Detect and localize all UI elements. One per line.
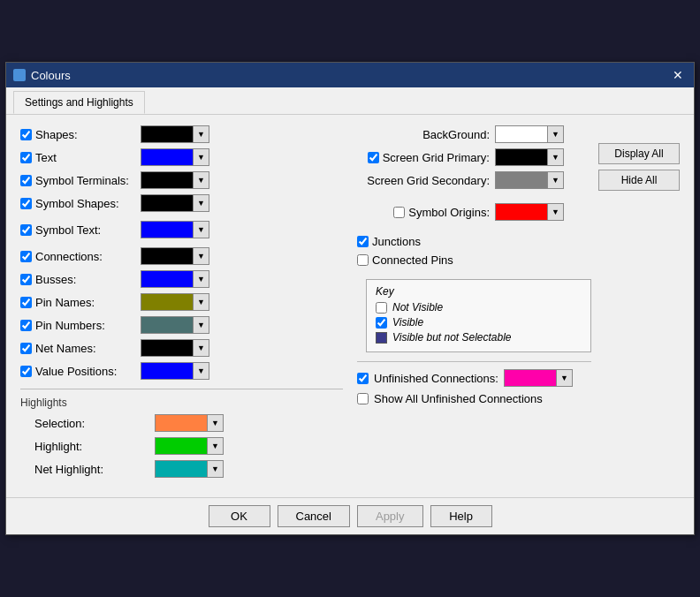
- checkbox-symbol-origins[interactable]: [393, 207, 405, 218]
- checkbox-pin-names[interactable]: [20, 297, 32, 308]
- dropdown-connections[interactable]: ▼: [141, 247, 209, 265]
- row-symbol-text: Symbol Text: ▼: [20, 221, 343, 238]
- checkbox-shapes[interactable]: [20, 129, 32, 140]
- checkbox-connected-pins[interactable]: [357, 254, 369, 266]
- dropdown-highlight[interactable]: ▼: [155, 437, 224, 455]
- arrow-screen-grid-primary[interactable]: ▼: [548, 148, 564, 166]
- arrow-connections[interactable]: ▼: [194, 247, 209, 265]
- arrow-text[interactable]: ▼: [194, 148, 209, 166]
- label-text: Text: [20, 151, 135, 164]
- title-bar-left: Colours: [13, 69, 71, 82]
- label-connected-pins: Connected Pins: [357, 253, 453, 267]
- right-col-inner: BackGround: ▼ Screen Grid Primary:: [357, 125, 680, 411]
- row-pin-names: Pin Names: ▼: [20, 293, 343, 311]
- row-background: BackGround: ▼: [357, 125, 591, 143]
- close-button[interactable]: ✕: [669, 66, 687, 84]
- arrow-symbol-origins[interactable]: ▼: [548, 203, 564, 221]
- dropdown-pin-numbers[interactable]: ▼: [141, 316, 209, 334]
- row-junctions: Junctions: [357, 235, 591, 248]
- dropdown-screen-grid-primary[interactable]: ▼: [495, 148, 564, 166]
- arrow-pin-names[interactable]: ▼: [194, 293, 209, 311]
- dropdown-symbol-terminals[interactable]: ▼: [141, 171, 209, 189]
- text-connections: Connections:: [35, 250, 103, 263]
- label-highlight: Highlight:: [34, 440, 149, 453]
- dropdown-shapes[interactable]: ▼: [141, 125, 209, 143]
- dropdown-net-names[interactable]: ▼: [141, 339, 209, 357]
- key-item-visible-not-selectable: Visible but not Selectable: [376, 331, 582, 344]
- arrow-pin-numbers[interactable]: ▼: [194, 316, 209, 334]
- checkbox-pin-numbers[interactable]: [20, 320, 32, 331]
- label-symbol-origins: Symbol Origins:: [357, 206, 490, 219]
- arrow-symbol-terminals[interactable]: ▼: [194, 171, 209, 189]
- checkbox-connections[interactable]: [20, 251, 32, 262]
- highlights-items: Selection: ▼ Highlight:: [20, 414, 343, 478]
- checkbox-net-names[interactable]: [20, 343, 32, 354]
- right-column: BackGround: ▼ Screen Grid Primary:: [357, 125, 680, 483]
- arrow-screen-grid-secondary[interactable]: ▼: [548, 171, 564, 189]
- arrow-value-positions[interactable]: ▼: [194, 362, 209, 380]
- checkbox-key-not-visible[interactable]: [376, 302, 387, 314]
- label-junctions: Junctions: [357, 235, 421, 248]
- row-net-names: Net Names: ▼: [20, 339, 343, 357]
- text-net-highlight: Net Highlight:: [34, 463, 103, 476]
- color-connections: [141, 247, 194, 265]
- label-net-highlight: Net Highlight:: [34, 463, 149, 476]
- text-symbol-shapes: Symbol Shapes:: [35, 197, 119, 210]
- arrow-selection[interactable]: ▼: [208, 414, 224, 432]
- checkbox-key-visible-not-selectable[interactable]: [376, 332, 387, 344]
- checkbox-symbol-shapes[interactable]: [20, 198, 32, 209]
- checkbox-busses[interactable]: [20, 274, 32, 285]
- checkbox-symbol-terminals[interactable]: [20, 175, 32, 186]
- color-net-highlight: [155, 460, 208, 478]
- dropdown-text[interactable]: ▼: [141, 148, 209, 166]
- dropdown-busses[interactable]: ▼: [141, 270, 209, 288]
- row-show-all-unfinished: Show All Unfinished Connections: [357, 392, 591, 405]
- dropdown-pin-names[interactable]: ▼: [141, 293, 209, 311]
- dropdown-unfinished-connections[interactable]: ▼: [504, 369, 573, 387]
- arrow-net-highlight[interactable]: ▼: [208, 460, 224, 478]
- dropdown-net-highlight[interactable]: ▼: [155, 460, 224, 478]
- color-net-names: [141, 339, 194, 357]
- gap-row: [357, 194, 591, 203]
- row-value-positions: Value Positions: ▼: [20, 362, 343, 380]
- checkbox-key-visible[interactable]: [376, 317, 387, 329]
- arrow-symbol-shapes[interactable]: ▼: [194, 194, 209, 212]
- cancel-button[interactable]: Cancel: [278, 505, 350, 527]
- ok-button[interactable]: OK: [209, 505, 270, 527]
- checkbox-value-positions[interactable]: [20, 366, 32, 377]
- dropdown-screen-grid-secondary[interactable]: ▼: [495, 171, 564, 189]
- arrow-shapes[interactable]: ▼: [194, 125, 209, 143]
- arrow-net-names[interactable]: ▼: [194, 339, 209, 357]
- highlights-right-section: Unfinished Connections: ▼ Show All Unfin…: [357, 361, 591, 405]
- dropdown-symbol-shapes[interactable]: ▼: [141, 194, 209, 212]
- text-key-visible: Visible: [392, 316, 423, 329]
- text-key-visible-not-selectable: Visible but not Selectable: [392, 331, 512, 344]
- main-two-col: Shapes: ▼ Text ▼: [20, 125, 680, 483]
- hide-all-button[interactable]: Hide All: [598, 170, 680, 191]
- tab-settings-highlights[interactable]: Settings and Highlights: [13, 91, 145, 114]
- dropdown-value-positions[interactable]: ▼: [141, 362, 209, 380]
- checkbox-symbol-text[interactable]: [20, 224, 32, 236]
- apply-button[interactable]: Apply: [357, 505, 423, 527]
- checkbox-show-all-unfinished[interactable]: [357, 393, 369, 404]
- arrow-busses[interactable]: ▼: [194, 270, 209, 288]
- checkbox-junctions[interactable]: [357, 236, 369, 247]
- checkbox-unfinished-connections[interactable]: [357, 373, 369, 384]
- checkbox-text[interactable]: [20, 152, 32, 163]
- arrow-background[interactable]: ▼: [548, 125, 564, 143]
- checkbox-screen-grid-primary[interactable]: [368, 152, 379, 163]
- row-screen-grid-secondary: Screen Grid Secondary: ▼: [357, 171, 591, 189]
- dropdown-symbol-text[interactable]: ▼: [141, 221, 209, 238]
- color-unfinished-connections: [504, 369, 557, 387]
- dropdown-background[interactable]: ▼: [495, 125, 564, 143]
- dropdown-symbol-origins[interactable]: ▼: [495, 203, 564, 221]
- arrow-symbol-text[interactable]: ▼: [194, 221, 209, 238]
- arrow-unfinished-connections[interactable]: ▼: [557, 369, 573, 387]
- label-connections: Connections:: [20, 250, 135, 263]
- display-all-button[interactable]: Display All: [598, 143, 680, 164]
- main-window: Colours ✕ Settings and Highlights Shapes…: [5, 62, 695, 535]
- arrow-highlight[interactable]: ▼: [208, 437, 224, 455]
- key-box: Key Not Visible Visible Vi: [366, 279, 591, 352]
- help-button[interactable]: Help: [430, 505, 492, 527]
- dropdown-selection[interactable]: ▼: [155, 414, 224, 432]
